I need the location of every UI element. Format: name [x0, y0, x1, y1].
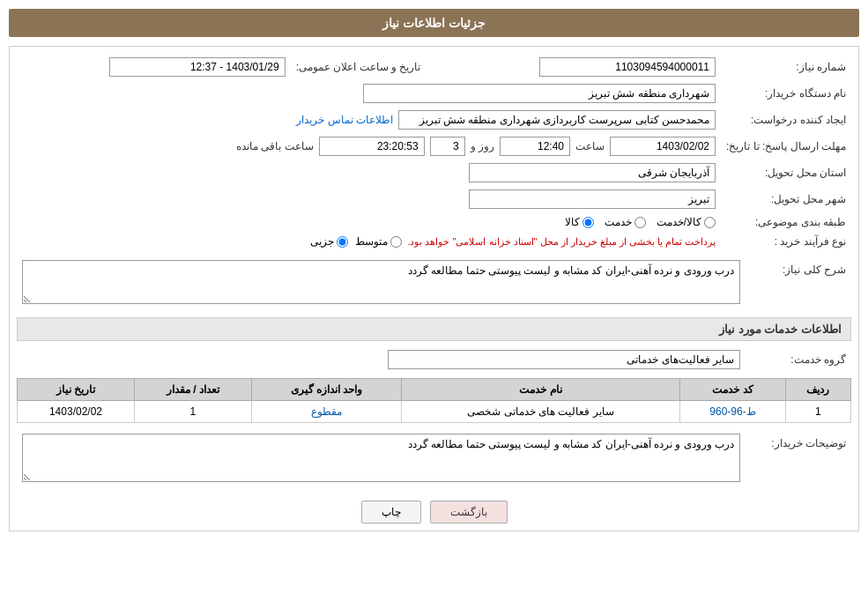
header-title: جزئیات اطلاعات نیاز	[382, 16, 486, 30]
radio-matawaset[interactable]: متوسط	[355, 235, 402, 248]
buyer-desc-textarea[interactable]	[22, 434, 740, 482]
col-header-row: ردیف	[785, 379, 850, 401]
need-number-label: شماره نیاز:	[721, 54, 851, 80]
radio-kala[interactable]: کالا	[565, 216, 594, 228]
service-group-label: گروه خدمت:	[746, 346, 851, 373]
category-radios: کالا/خدمت خدمت کالا	[17, 212, 721, 232]
deadline-remaining-field: 23:20:53	[319, 137, 425, 156]
radio-kala-label: کالا	[565, 216, 580, 228]
province-value: آذربایجان شرقی	[17, 160, 721, 186]
deadline-label: مهلت ارسال پاسخ: تا تاریخ:	[721, 133, 851, 160]
deadline-date-field: 1403/02/02	[610, 137, 716, 156]
need-number-value: 1103094594000011	[447, 54, 721, 80]
col-header-code: کد خدمت	[680, 379, 786, 401]
radio-jozii[interactable]: جزیی	[310, 235, 348, 248]
info-table: شماره نیاز: 1103094594000011 تاریخ و ساع…	[17, 54, 851, 251]
service-group-value: سایر فعالیت‌های خدماتی	[17, 346, 746, 373]
date-label: تاریخ و ساعت اعلان عمومی:	[291, 54, 448, 80]
date-field: 1403/01/29 - 12:37	[109, 57, 286, 77]
purchase-type-row: پرداخت تمام یا بخشی از مبلغ خریدار از مح…	[17, 232, 721, 251]
radio-kala-khadamat-label: کالا/خدمت	[657, 216, 701, 228]
page-header: جزئیات اطلاعات نیاز	[9, 9, 859, 37]
creator-field: محمدحسن کتابی سرپرست کاربردازی شهرداری م…	[398, 110, 716, 130]
purchase-type-label: نوع فرآیند خرید :	[721, 232, 851, 251]
radio-khadamat[interactable]: خدمت	[605, 216, 646, 228]
deadline-remaining-label: ساعت باقی مانده	[236, 140, 314, 152]
buyer-desc-value	[17, 430, 746, 488]
buyer-label: نام دستگاه خریدار:	[721, 80, 851, 107]
need-desc-value	[17, 256, 746, 310]
deadline-row: 1403/02/02 ساعت 12:40 روز و 3 23:20:53 س…	[17, 133, 721, 160]
creator-label: ایجاد کننده درخواست:	[721, 107, 851, 133]
need-desc-table: شرح کلی نیاز:	[17, 256, 851, 310]
radio-khadamat-label: خدمت	[605, 216, 632, 228]
need-desc-textarea[interactable]	[22, 260, 740, 304]
deadline-day-field: 3	[430, 137, 465, 156]
col-header-count: تعداد / مقدار	[134, 379, 251, 401]
deadline-time-field: 12:40	[500, 137, 570, 156]
date-value: 1403/01/29 - 12:37	[17, 54, 291, 80]
creator-value: محمدحسن کتابی سرپرست کاربردازی شهرداری م…	[17, 107, 721, 133]
buyer-field: شهرداری منطقه شش تبریز	[363, 84, 716, 103]
services-section-header: اطلاعات خدمات مورد نیاز	[17, 317, 851, 341]
col-header-date: تاریخ نیاز	[18, 379, 135, 401]
category-label: طبقه بندی موضوعی:	[721, 212, 851, 232]
service-group-field: سایر فعالیت‌های خدماتی	[388, 350, 740, 369]
province-field: آذربایجان شرقی	[469, 163, 716, 182]
col-header-name: نام خدمت	[401, 379, 679, 401]
print-button[interactable]: چاپ	[361, 501, 421, 524]
radio-kala-khadamat[interactable]: کالا/خدمت	[657, 216, 716, 228]
deadline-day-label: روز و	[471, 140, 494, 152]
radio-jozii-label: جزیی	[310, 235, 334, 248]
province-label: استان محل تحویل:	[721, 160, 851, 186]
contact-link[interactable]: اطلاعات تماس خریدار	[296, 114, 393, 126]
buyer-value: شهرداری منطقه شش تبریز	[17, 80, 721, 107]
col-header-unit: واحد اندازه گیری	[251, 379, 401, 401]
services-table: ردیف کد خدمت نام خدمت واحد اندازه گیری ت…	[17, 378, 851, 423]
buyer-desc-label: توضیحات خریدار:	[746, 430, 851, 488]
radio-matawaset-label: متوسط	[355, 235, 388, 248]
purchase-type-note: پرداخت تمام یا بخشی از مبلغ خریدار از مح…	[407, 236, 716, 248]
buyer-desc-table: توضیحات خریدار:	[17, 430, 851, 488]
need-desc-label: شرح کلی نیاز:	[746, 256, 851, 310]
city-label: شهر محل تحویل:	[721, 186, 851, 212]
table-row: 1ط-96-960سایر فعالیت های خدماتی شخصیمقطو…	[18, 401, 851, 423]
city-value: تبریز	[17, 186, 721, 212]
main-content: شماره نیاز: 1103094594000011 تاریخ و ساع…	[9, 46, 859, 531]
need-number-field: 1103094594000011	[539, 57, 716, 77]
service-group-table: گروه خدمت: سایر فعالیت‌های خدماتی	[17, 346, 851, 373]
city-field: تبریز	[469, 189, 716, 209]
bottom-buttons: بازگشت چاپ	[17, 501, 851, 524]
deadline-time-label: ساعت	[575, 140, 605, 152]
back-button[interactable]: بازگشت	[430, 501, 508, 524]
